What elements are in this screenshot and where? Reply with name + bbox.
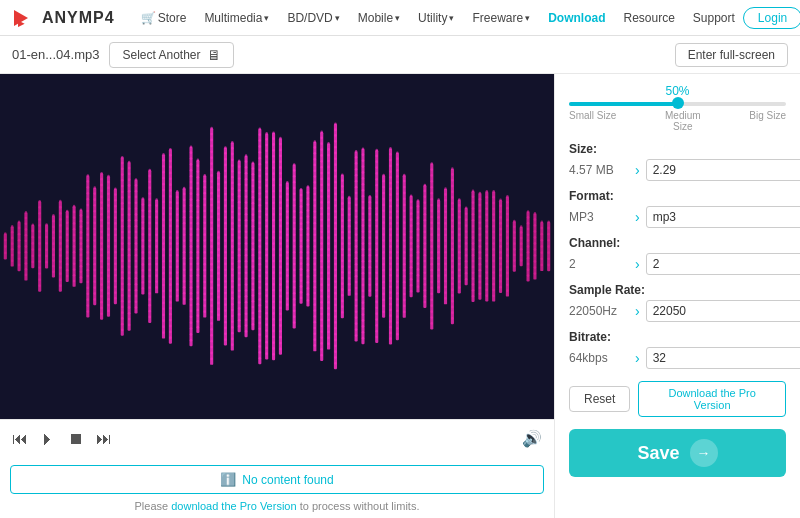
svg-point-1523 <box>403 310 406 313</box>
stop-button[interactable]: ⏹ <box>68 430 84 448</box>
svg-point-114 <box>73 216 76 219</box>
svg-point-760 <box>238 260 241 263</box>
svg-point-1397 <box>375 289 378 292</box>
svg-point-920 <box>272 155 275 158</box>
waveform-container <box>0 74 554 419</box>
monitor-icon: 🖥 <box>207 47 221 63</box>
svg-point-1160 <box>320 336 323 339</box>
svg-point-1649 <box>451 167 454 170</box>
svg-point-306 <box>128 248 131 251</box>
svg-point-252 <box>114 268 117 271</box>
svg-point-318 <box>128 318 131 321</box>
main: ⏮ ⏵ ⏹ ⏭ 🔊 ℹ️ No content found Please dow… <box>0 74 800 518</box>
svg-point-1357 <box>369 207 372 210</box>
svg-point-1028 <box>293 228 296 231</box>
pro-version-link[interactable]: download the Pro Version <box>171 500 296 512</box>
svg-point-414 <box>162 201 165 204</box>
svg-point-1595 <box>431 239 434 242</box>
svg-point-811 <box>252 196 255 199</box>
svg-point-359 <box>142 281 145 284</box>
svg-point-1692 <box>458 286 461 289</box>
svg-point-638 <box>210 328 213 331</box>
svg-point-939 <box>272 265 275 268</box>
svg-point-1249 <box>341 202 344 205</box>
svg-point-980 <box>279 277 282 280</box>
svg-point-1425 <box>382 281 385 284</box>
svg-point-395 <box>155 233 158 236</box>
svg-point-1478 <box>396 216 399 219</box>
svg-point-1439 <box>389 187 392 190</box>
nav-mobile[interactable]: Mobile ▾ <box>350 7 408 29</box>
format-input[interactable] <box>646 206 800 228</box>
svg-point-1019 <box>293 175 296 178</box>
play-button[interactable]: ⏵ <box>40 430 56 448</box>
svg-point-1444 <box>389 216 392 219</box>
svg-point-1166 <box>327 148 330 151</box>
svg-point-1686 <box>458 251 461 254</box>
svg-point-459 <box>169 272 172 275</box>
nav-store[interactable]: 🛒 Store <box>133 7 195 29</box>
svg-point-1824 <box>513 231 516 234</box>
pro-version-button[interactable]: Download the Pro Version <box>638 381 786 417</box>
svg-point-1729 <box>479 198 482 201</box>
svg-point-498 <box>183 222 186 225</box>
nav-multimedia[interactable]: Multimedia ▾ <box>196 7 277 29</box>
svg-point-13 <box>11 248 14 251</box>
svg-point-83 <box>59 200 62 203</box>
slider-track[interactable] <box>569 102 786 106</box>
nav-download[interactable]: Download <box>540 7 613 29</box>
nav-resource[interactable]: Resource <box>615 7 682 29</box>
rewind-button[interactable]: ⏮ <box>12 430 28 448</box>
select-another-button[interactable]: Select Another 🖥 <box>109 42 233 68</box>
save-button[interactable]: Save → <box>569 429 786 477</box>
forward-button[interactable]: ⏭ <box>96 430 112 448</box>
svg-point-197 <box>100 230 103 233</box>
svg-point-392 <box>155 216 158 219</box>
svg-point-1138 <box>320 207 323 210</box>
sample-rate-input[interactable] <box>646 300 800 322</box>
nav-bddvd[interactable]: BD/DVD ▾ <box>279 7 347 29</box>
svg-point-1298 <box>355 209 358 212</box>
svg-point-446 <box>169 195 172 198</box>
nav-freeware[interactable]: Freeware ▾ <box>464 7 538 29</box>
svg-point-753 <box>238 219 241 222</box>
svg-point-1282 <box>348 265 351 268</box>
svg-point-972 <box>279 230 282 233</box>
svg-point-1877 <box>547 239 550 242</box>
svg-point-48 <box>38 206 41 209</box>
svg-point-1375 <box>375 160 378 163</box>
svg-point-1008 <box>286 263 289 266</box>
svg-point-1544 <box>417 205 420 208</box>
svg-point-1344 <box>362 284 365 287</box>
svg-point-613 <box>210 180 213 183</box>
svg-point-649 <box>217 195 220 198</box>
svg-point-20 <box>18 239 21 242</box>
svg-point-474 <box>176 202 179 205</box>
logo: ▶ ANYMP4 <box>10 4 115 32</box>
svg-point-1139 <box>320 213 323 216</box>
svg-point-394 <box>155 228 158 231</box>
svg-point-1430 <box>382 310 385 313</box>
svg-point-1035 <box>293 268 296 271</box>
svg-point-1348 <box>362 307 365 310</box>
svg-point-229 <box>107 269 110 272</box>
reset-button[interactable]: Reset <box>569 386 630 412</box>
size-input[interactable] <box>646 159 800 181</box>
login-button[interactable]: Login <box>743 7 800 29</box>
svg-point-582 <box>204 192 207 195</box>
svg-point-508 <box>183 280 186 283</box>
svg-point-569 <box>197 280 200 283</box>
channel-input[interactable] <box>646 253 800 275</box>
bitrate-input[interactable] <box>646 347 800 369</box>
svg-point-211 <box>100 312 103 315</box>
volume-button[interactable]: 🔊 <box>522 429 542 448</box>
svg-point-440 <box>169 160 172 163</box>
svg-point-773 <box>245 154 248 157</box>
svg-point-1361 <box>369 230 372 233</box>
nav-support[interactable]: Support <box>685 7 743 29</box>
svg-point-1785 <box>492 294 495 297</box>
nav-utility[interactable]: Utility ▾ <box>410 7 462 29</box>
svg-point-1613 <box>437 210 440 213</box>
slider-thumb[interactable] <box>672 97 684 109</box>
fullscreen-button[interactable]: Enter full-screen <box>675 43 788 67</box>
